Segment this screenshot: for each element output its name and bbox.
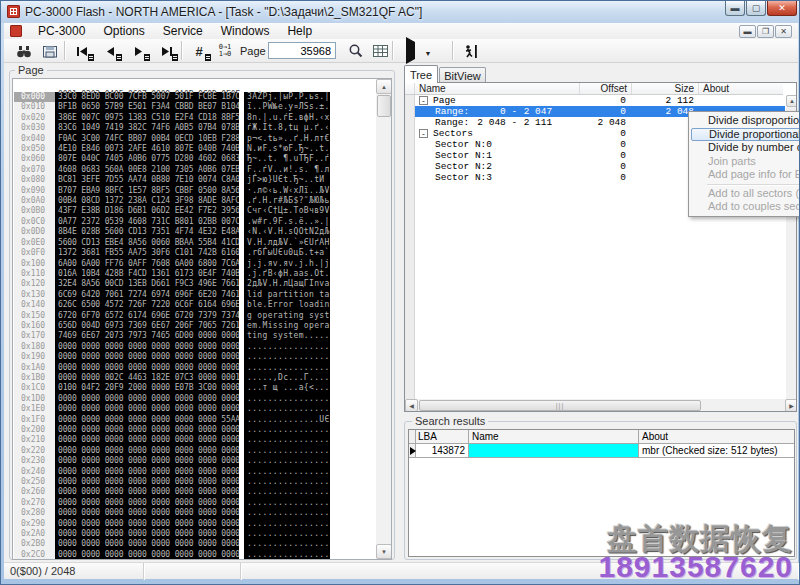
hex-row[interactable]: 0x1707469 6E67 2073 7973 7465 6D00 0000 … [14, 331, 376, 341]
hex-row[interactable]: 0x1800000 0000 0000 0000 0000 0000 0000 … [14, 342, 376, 352]
menu-item-divide-by-number-of-sectors[interactable]: Divide by number of sectors [691, 141, 800, 155]
search-results-grid: LBA Name About 143872mbr (Checked size: … [408, 429, 795, 557]
hex-row[interactable]: 0x010BF1B 0650 57B9 E501 F3A4 CBBD BE07 … [14, 102, 376, 112]
minimize-button[interactable]: ▬ [725, 1, 745, 16]
mdi-restore-button[interactable]: ❐ [757, 25, 774, 38]
hex-row[interactable]: 0x080BC81 3EFE 7D55 AA74 0B80 7E10 0074 … [14, 175, 376, 185]
hex-row[interactable]: 0x0A000B4 08CD 1372 238A C124 3F98 8ADE … [14, 196, 376, 206]
toolbar-button-goto-page-number[interactable]: # [187, 40, 211, 62]
toolbar-button-binoculars-search[interactable] [12, 40, 36, 62]
hex-row[interactable]: 0x12032E4 8A56 00CD 13EB D661 F9C3 496E … [14, 279, 376, 289]
hex-row[interactable]: 0x1E00000 0000 0000 0000 0000 0000 0000 … [14, 404, 376, 414]
tree-hscroll-thumb[interactable]: ||| [419, 400, 701, 411]
menu-options[interactable]: Options [94, 23, 153, 39]
collapse-icon[interactable]: - [419, 96, 428, 105]
toolbar-button-prev-page[interactable] [98, 40, 122, 62]
toolbar-button-next-page[interactable] [126, 40, 150, 62]
hex-row[interactable]: 0x00033C0 8ED0 BC00 7CFB 5007 501F FCBE … [14, 92, 376, 102]
hex-row[interactable]: 0x0B043F7 E38B D186 D6B1 06D2 EE42 F7E2 … [14, 206, 376, 216]
hex-row[interactable]: 0x1C00100 04F2 20F9 2000 0000 E07B 3C00 … [14, 383, 376, 393]
page-number-input[interactable] [268, 42, 336, 59]
tree-horizontal-scrollbar[interactable]: ◀ ||| ▶ [405, 399, 797, 412]
toolbar-button-invert-bits[interactable]: 0→1 1→0 [213, 40, 237, 62]
col-size: Size [632, 83, 699, 94]
scroll-up-icon[interactable]: ▲ [786, 95, 797, 107]
collapse-icon[interactable]: - [419, 129, 428, 138]
hex-row[interactable]: 0x2500000 0000 0000 0000 0000 0000 0000 … [14, 477, 376, 487]
toolbar-button-raw-grid[interactable] [368, 40, 392, 62]
scroll-up-icon[interactable]: ▲ [376, 79, 392, 94]
tree-row[interactable]: -Page02 112 [405, 95, 785, 106]
hex-row[interactable]: 0x0504E10 E846 0073 2AFE 4610 807E 040B … [14, 144, 376, 154]
menu-service[interactable]: Service [154, 23, 212, 39]
menu-item-divide-proportionally[interactable]: Divide proportionally [691, 128, 800, 142]
scroll-right-icon[interactable]: ▶ [785, 399, 797, 412]
hex-row[interactable]: 0x2800000 0000 0000 0000 0000 0000 0000 … [14, 508, 376, 518]
hex-row[interactable]: 0x2600000 0000 0000 0000 0000 0000 0000 … [14, 487, 376, 497]
toolbar-button-magnifier[interactable] [344, 40, 368, 62]
toolbar-button-run-exit[interactable] [459, 40, 483, 62]
toolbar-button-save-dump[interactable] [38, 40, 62, 62]
menu-help[interactable]: Help [278, 23, 321, 39]
search-result-row[interactable]: 143872mbr (Checked size: 512 bytes) [409, 444, 794, 458]
hex-row[interactable]: 0x1900000 0000 0000 0000 0000 0000 0000 … [14, 352, 376, 362]
hex-row[interactable]: 0x2B00000 0000 0000 0000 0000 0000 0000 … [14, 539, 376, 549]
hex-row[interactable]: 0x040F0AC 3C00 74FC BB07 00B4 0ECD 10EB … [14, 134, 376, 144]
hex-row[interactable]: 0x2300000 0000 0000 0000 0000 0000 0000 … [14, 456, 376, 466]
menu-item-divide-disproportionately[interactable]: Divide disproportionately [691, 114, 800, 128]
scroll-down-icon[interactable]: ▼ [376, 544, 392, 559]
menu-windows[interactable]: Windows [212, 23, 279, 39]
hex-row[interactable]: 0x140626C 6500 4572 726F 7220 6C6F 6164 … [14, 300, 376, 310]
hex-row[interactable]: 0x1B00000 0000 002C 4463 182E 07C3 0000 … [14, 373, 376, 383]
hex-row[interactable]: 0x1F00000 0000 0000 0000 0000 0000 0000 … [14, 415, 376, 425]
mdi-minimize-button[interactable]: ▬ [739, 25, 756, 38]
hex-row[interactable]: 0x060807E 040C 7405 A0B6 0775 D280 4602 … [14, 154, 376, 164]
hex-row[interactable]: 0x2C00000 0000 0000 0000 0000 0000 0000 … [14, 550, 376, 560]
hex-row[interactable]: 0x2400000 0000 0000 0000 0000 0000 0000 … [14, 467, 376, 477]
hex-bytes: 0000 0000 0000 0000 0000 0000 0000 0000 [55, 529, 239, 539]
toolbar-button-first-page[interactable] [70, 40, 94, 62]
hex-row[interactable]: 0x2000000 0000 0000 0000 0000 0000 0000 … [14, 425, 376, 435]
hex-row[interactable]: 0x1A00000 0000 0000 0000 0000 0000 0000 … [14, 363, 376, 373]
hex-address: 0x220 [14, 446, 55, 456]
result-lba: 143872 [416, 444, 469, 457]
mdi-close-button[interactable]: ✕ [775, 25, 792, 38]
status-position: 0($00) / 2048 [4, 563, 144, 580]
tab-bitview[interactable]: BitView [439, 67, 486, 83]
hex-row[interactable]: 0x2900000 0000 0000 0000 0000 0000 0000 … [14, 519, 376, 529]
tree-row-offset: 0 [580, 172, 632, 183]
hex-row[interactable]: 0x2200000 0000 0000 0000 0000 0000 0000 … [14, 446, 376, 456]
hex-address: 0x090 [14, 186, 55, 196]
hex-row[interactable]: 0x160656D 004D 6973 7369 6E67 206F 7065 … [14, 321, 376, 331]
close-button[interactable]: ✕ [767, 1, 797, 16]
hex-row[interactable]: 0x2100000 0000 0000 0000 0000 0000 0000 … [14, 435, 376, 445]
hex-viewer[interactable]: 0001 0203 0405 0607 0809 0A0B 0C0D 0E0F … [12, 78, 392, 560]
hex-row[interactable]: 0x0E05600 CD13 EBE4 8A56 0060 BBAA 55B4 … [14, 238, 376, 248]
hex-row[interactable]: 0x110016A 10B4 428B F4CD 1361 6173 0E4F … [14, 269, 376, 279]
hex-row[interactable]: 0x090B707 EBA9 8BFC 1E57 8BF5 CBBF 0500 … [14, 186, 376, 196]
hex-row[interactable]: 0x0F01372 3681 FB55 AA75 30F6 C101 742B … [14, 248, 376, 258]
hex-address: 0x150 [14, 311, 55, 321]
hex-scroll-thumb[interactable] [377, 95, 391, 117]
tab-tree[interactable]: Tree [404, 65, 438, 83]
hex-row[interactable]: 0x0C00A77 2372 0539 4608 731C B801 02BB … [14, 217, 376, 227]
hex-row[interactable]: 0x1306C69 6420 7061 7274 6974 696F 6E20 … [14, 290, 376, 300]
hex-row[interactable]: 0x03083C6 1049 7419 382C 74F6 A0B5 07B4 … [14, 123, 376, 133]
toolbar-button-last-page[interactable] [154, 40, 178, 62]
maximize-button[interactable]: ▢ [746, 1, 766, 16]
title-bar[interactable]: PC-3000 Flash - NORTH AMERICA - [Task - … [1, 1, 800, 23]
hex-vertical-scrollbar[interactable]: ▲ ▼ [376, 79, 392, 559]
hex-ascii: ble.Error loadin [244, 300, 330, 310]
menu-pc-3000[interactable]: PC-3000 [29, 23, 94, 39]
hex-row[interactable]: 0x1506720 6F70 6572 6174 696E 6720 7379 … [14, 311, 376, 321]
hex-row[interactable]: 0x0704608 0683 560A 00E8 2100 7305 A0B6 … [14, 165, 376, 175]
scroll-left-icon[interactable]: ◀ [405, 399, 418, 412]
hex-row[interactable]: 0x1D00000 0000 0000 0000 0000 0000 0000 … [14, 394, 376, 404]
hex-row[interactable]: 0x2700000 0000 0000 0000 0000 0000 0000 … [14, 498, 376, 508]
hex-ascii: ................ [244, 446, 330, 456]
hex-row[interactable]: 0x1006A00 6A00 FF76 0AFF 7608 6A00 6800 … [14, 259, 376, 269]
hex-row[interactable]: 0x020386E 007C 0975 1383 C510 E2F4 CD18 … [14, 113, 376, 123]
mdi-child-icon[interactable] [10, 25, 22, 37]
hex-row[interactable]: 0x0D08B4E 028B 5600 CD13 7351 4F74 4E32 … [14, 227, 376, 237]
hex-row[interactable]: 0x2A00000 0000 0000 0000 0000 0000 0000 … [14, 529, 376, 539]
